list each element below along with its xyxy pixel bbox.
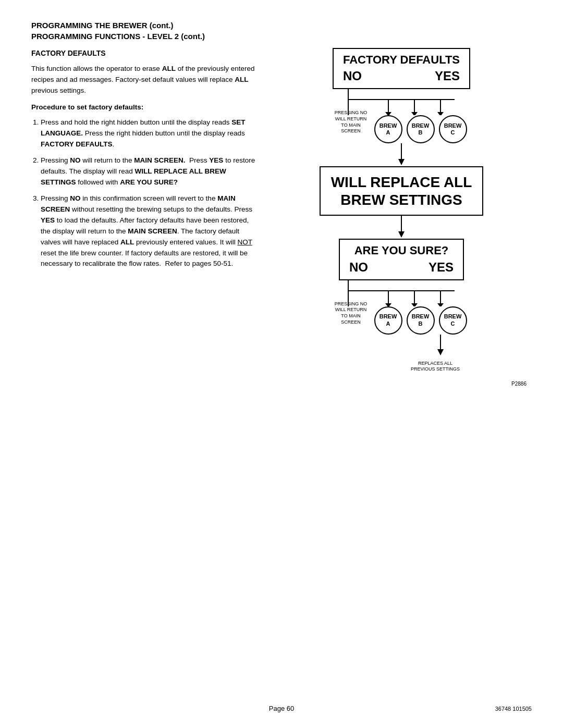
svg-marker-12 bbox=[398, 231, 405, 238]
pressing-note-1: PRESSING NO WILL RETURN TO MAIN SCREEN bbox=[334, 110, 368, 134]
factory-defaults-options: NO YES bbox=[343, 69, 460, 84]
left-text-column: FACTORY DEFAULTS This function allows th… bbox=[31, 48, 255, 275]
header-line2: PROGRAMMING FUNCTIONS - LEVEL 2 (cont.) bbox=[31, 32, 532, 41]
pressing-note-2: PRESSING NO WILL RETURN TO MAIN SCREEN bbox=[334, 301, 368, 326]
svg-marker-23 bbox=[437, 349, 444, 355]
p-code: P2886 bbox=[271, 381, 532, 387]
step-3: Pressing NO in this confirmation screen … bbox=[41, 193, 255, 269]
arrow-svg-2 bbox=[375, 143, 427, 166]
page-header: PROGRAMMING THE BREWER (cont.) PROGRAMMI… bbox=[31, 21, 532, 41]
screen3-no: NO bbox=[349, 260, 368, 275]
right-diagram: FACTORY DEFAULTS NO YES bbox=[271, 48, 532, 387]
screen1-no: NO bbox=[343, 69, 362, 84]
arrow-to-screen3 bbox=[313, 216, 490, 239]
arrow-to-screen2 bbox=[313, 143, 490, 166]
procedure-title: Procedure to set factory defaults: bbox=[31, 102, 255, 113]
factory-defaults-screen: FACTORY DEFAULTS NO YES bbox=[333, 48, 470, 89]
brew-b-1: BREW B bbox=[407, 115, 435, 143]
doc-code: 36748 101505 bbox=[495, 706, 532, 712]
section-intro: This function allows the operator to era… bbox=[31, 64, 255, 96]
brew-a-2: BREW A bbox=[374, 306, 402, 335]
svg-marker-10 bbox=[398, 159, 405, 165]
arrow-svg-3 bbox=[375, 216, 427, 239]
step-2: Pressing NO will return to the MAIN SCRE… bbox=[41, 155, 255, 188]
header-line1: PROGRAMMING THE BREWER (cont.) bbox=[31, 21, 532, 30]
will-replace-screen: WILL REPLACE ALL BREW SETTINGS bbox=[320, 166, 484, 216]
steps-list: Press and hold the right hidden button u… bbox=[31, 117, 255, 269]
step-1: Press and hold the right hidden button u… bbox=[41, 117, 255, 150]
factory-defaults-title: FACTORY DEFAULTS bbox=[343, 53, 460, 67]
replaces-svg bbox=[313, 335, 490, 361]
section-title: FACTORY DEFAULTS bbox=[31, 48, 255, 59]
brew-a-1: BREW A bbox=[374, 115, 402, 143]
brew-b-2: BREW B bbox=[407, 306, 435, 335]
page-number: Page 60 bbox=[269, 705, 294, 712]
brew-c-1: BREW C bbox=[439, 115, 467, 143]
are-you-sure-options: NO YES bbox=[349, 260, 454, 275]
are-you-sure-screen: ARE YOU SURE? NO YES bbox=[339, 239, 464, 280]
main-content: FACTORY DEFAULTS This function allows th… bbox=[31, 48, 532, 387]
will-replace-line1: WILL REPLACE ALL bbox=[331, 174, 472, 191]
page-footer: Page 60 36748 101505 bbox=[0, 705, 563, 712]
replaces-note: REPLACES ALL PREVIOUS SETTINGS bbox=[313, 361, 490, 373]
will-replace-line2: BREW SETTINGS bbox=[331, 191, 472, 209]
screen3-yes: YES bbox=[429, 260, 454, 275]
are-you-sure-title: ARE YOU SURE? bbox=[349, 244, 454, 257]
screen1-yes: YES bbox=[435, 69, 460, 84]
arrow-and-replaces bbox=[313, 335, 490, 361]
brew-c-2: BREW C bbox=[439, 306, 467, 335]
brew-row-2: PRESSING NO WILL RETURN TO MAIN SCREEN B… bbox=[271, 306, 532, 335]
brew-row-1: PRESSING NO WILL RETURN TO MAIN SCREEN B… bbox=[271, 115, 532, 143]
